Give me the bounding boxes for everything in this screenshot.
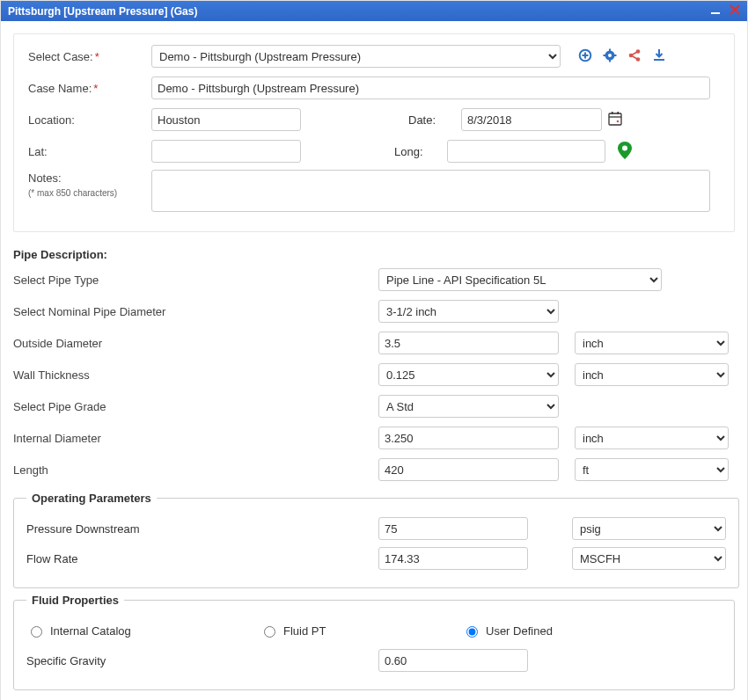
location-label: Location:	[28, 113, 151, 127]
date-input[interactable]	[461, 108, 602, 131]
location-input[interactable]	[151, 108, 301, 131]
add-icon[interactable]	[578, 48, 592, 65]
lat-input[interactable]	[151, 140, 301, 163]
fluid-properties-section: Fluid Properties Internal Catalog Fluid …	[13, 594, 735, 690]
svg-rect-11	[614, 55, 617, 56]
wall-thickness-dropdown[interactable]: 0.125	[378, 363, 559, 386]
long-label: Long:	[394, 145, 447, 158]
notes-hint: (* max 850 characters)	[28, 188, 151, 198]
window-title: Pittsburgh [Upstream Pressure] (Gas)	[8, 5, 197, 18]
gear-icon[interactable]	[603, 48, 617, 65]
svg-point-7	[608, 54, 612, 57]
nominal-diameter-label: Select Nominal Pipe Diameter	[13, 305, 378, 318]
select-case-label: Select Case:	[28, 50, 93, 63]
operating-parameters-section: Operating Parameters Pressure Downstream…	[13, 492, 739, 588]
case-name-input[interactable]	[151, 77, 710, 99]
specific-gravity-input[interactable]	[378, 649, 528, 672]
svg-rect-21	[618, 112, 620, 114]
fluid-opt-internal-catalog[interactable]: Internal Catalog	[26, 623, 260, 638]
required-marker: *	[95, 50, 99, 63]
close-icon[interactable]	[730, 4, 740, 18]
internal-diameter-unit[interactable]: inch	[575, 427, 729, 449]
download-icon[interactable]	[652, 48, 666, 65]
wall-thickness-unit[interactable]: inch	[575, 363, 729, 386]
share-icon[interactable]	[627, 48, 642, 65]
pressure-downstream-label: Pressure Downstream	[26, 522, 378, 536]
date-label: Date:	[408, 113, 461, 127]
required-marker: *	[93, 82, 98, 95]
fluid-properties-legend: Fluid Properties	[26, 594, 124, 607]
operating-parameters-legend: Operating Parameters	[26, 492, 157, 505]
case-panel: Select Case:* Demo - Pittsburgh (Upstrea…	[13, 33, 735, 232]
svg-line-15	[631, 51, 638, 55]
svg-rect-10	[604, 55, 606, 56]
flow-rate-unit[interactable]: MSCFH	[572, 547, 726, 570]
select-case-dropdown[interactable]: Demo - Pittsburgh (Upstream Pressure)	[151, 45, 561, 68]
notes-label: Notes:	[28, 171, 151, 185]
length-input[interactable]	[378, 458, 559, 481]
pipe-grade-dropdown[interactable]: A Std	[378, 395, 559, 418]
svg-rect-18	[609, 113, 621, 125]
wall-thickness-label: Wall Thickness	[13, 368, 378, 382]
fluid-opt-user-defined[interactable]: User Defined	[462, 623, 553, 638]
titlebar: Pittsburgh [Upstream Pressure] (Gas)	[1, 1, 747, 21]
main-window: Pittsburgh [Upstream Pressure] (Gas) Sel…	[0, 0, 748, 700]
outside-diameter-unit[interactable]: inch	[575, 332, 729, 354]
pressure-downstream-unit[interactable]: psig	[572, 517, 726, 540]
svg-rect-17	[654, 59, 664, 61]
svg-point-23	[622, 145, 627, 150]
svg-rect-8	[609, 48, 611, 51]
length-unit[interactable]: ft	[575, 458, 729, 481]
svg-point-22	[617, 120, 620, 122]
flow-rate-input[interactable]	[378, 547, 528, 570]
outside-diameter-label: Outside Diameter	[13, 337, 378, 350]
internal-diameter-input[interactable]	[378, 427, 559, 449]
internal-diameter-label: Internal Diameter	[13, 432, 378, 445]
svg-line-16	[631, 55, 638, 60]
pressure-downstream-input[interactable]	[378, 517, 528, 540]
case-name-label: Case Name:	[28, 82, 92, 95]
long-input[interactable]	[447, 140, 605, 163]
pipe-description-header: Pipe Description:	[13, 248, 735, 261]
lat-label: Lat:	[28, 145, 151, 158]
outside-diameter-input	[378, 332, 559, 354]
pipe-description-section: Select Pipe Type Pipe Line - API Specifi…	[13, 266, 735, 483]
flow-rate-label: Flow Rate	[26, 552, 378, 565]
pipe-type-label: Select Pipe Type	[13, 273, 378, 287]
pipe-grade-label: Select Pipe Grade	[13, 400, 378, 413]
notes-textarea[interactable]	[151, 170, 710, 212]
minimize-icon[interactable]	[710, 4, 721, 18]
fluid-opt-fluid-pt[interactable]: Fluid PT	[260, 623, 462, 638]
nominal-diameter-dropdown[interactable]: 3-1/2 inch	[378, 300, 559, 323]
user-defined-radio[interactable]	[466, 626, 478, 638]
calendar-icon[interactable]	[607, 111, 623, 129]
svg-rect-20	[612, 112, 613, 114]
length-label: Length	[13, 463, 378, 477]
svg-rect-0	[711, 12, 720, 14]
internal-catalog-radio[interactable]	[31, 626, 42, 638]
map-pin-icon[interactable]	[618, 142, 632, 162]
fluid-pt-radio[interactable]	[264, 626, 275, 638]
specific-gravity-label: Specific Gravity	[26, 654, 378, 667]
svg-rect-9	[609, 59, 611, 62]
pipe-type-dropdown[interactable]: Pipe Line - API Specification 5L	[378, 268, 662, 291]
